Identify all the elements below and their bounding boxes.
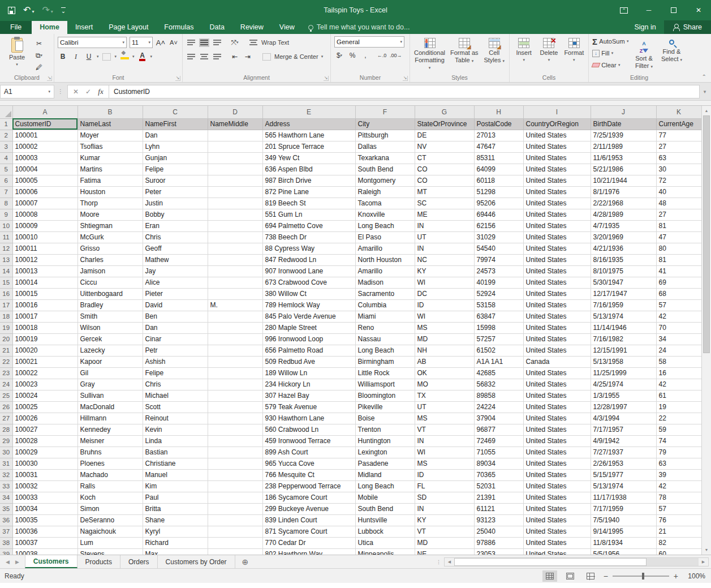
cell[interactable]: 70: [656, 322, 701, 333]
number-format-combo[interactable]: General▾: [334, 36, 404, 48]
ribbon-tab-review[interactable]: Review: [232, 21, 272, 34]
cell[interactable]: Sullivan: [77, 390, 143, 401]
cell[interactable]: United States: [523, 413, 591, 424]
cell[interactable]: 31029: [474, 231, 523, 243]
undo-button[interactable]: ↶▾: [23, 5, 34, 15]
cell[interactable]: 24224: [474, 401, 523, 413]
cell[interactable]: 871 Sycamore Court: [262, 526, 355, 537]
cell[interactable]: [208, 526, 262, 537]
number-dialog-launcher[interactable]: ↘: [403, 76, 408, 81]
cell[interactable]: [208, 458, 262, 469]
cell[interactable]: Simon: [77, 503, 143, 514]
cell[interactable]: Gunjan: [143, 152, 208, 164]
cell[interactable]: 100038: [12, 548, 77, 555]
cell[interactable]: 72: [656, 175, 701, 186]
clear-button[interactable]: Clear ▾: [592, 60, 628, 70]
zoom-out-icon[interactable]: −: [604, 572, 608, 581]
cell[interactable]: NameFirst: [143, 118, 208, 130]
cell[interactable]: Lubbock: [355, 526, 415, 537]
cell[interactable]: South Bend: [355, 503, 415, 514]
zoom-percent[interactable]: 100%: [684, 572, 705, 580]
maximize-button[interactable]: [661, 0, 686, 20]
cell[interactable]: 459 Ironwood Terrace: [262, 435, 355, 447]
cell[interactable]: United States: [523, 401, 591, 413]
cell[interactable]: 57: [656, 299, 701, 311]
cell[interactable]: 100003: [12, 152, 77, 164]
name-box[interactable]: A1▾: [0, 85, 54, 98]
cell[interactable]: 636 Aspen Blbd: [262, 164, 355, 175]
cell[interactable]: Jay: [143, 265, 208, 277]
cell[interactable]: 280 Maple Street: [262, 322, 355, 333]
undo-dropdown-icon[interactable]: ▾: [32, 9, 34, 14]
cell[interactable]: 77: [656, 130, 701, 141]
cell[interactable]: Chris: [143, 231, 208, 243]
horizontal-scrollbar[interactable]: ◀ ▶: [444, 557, 709, 566]
cell[interactable]: Grisso: [77, 243, 143, 254]
cell[interactable]: City: [355, 118, 415, 130]
cell[interactable]: Houston: [77, 186, 143, 198]
cell[interactable]: IN: [415, 220, 474, 231]
cell[interactable]: 68: [656, 288, 701, 299]
cell[interactable]: 12/17/1947: [591, 288, 656, 299]
cell[interactable]: [208, 345, 262, 356]
cell[interactable]: Dallas: [355, 141, 415, 152]
cell[interactable]: 100035: [12, 514, 77, 526]
column-header-h[interactable]: H: [474, 106, 523, 118]
top-align-button[interactable]: [186, 37, 196, 48]
formula-input[interactable]: CustomerID: [109, 85, 700, 98]
cell[interactable]: [208, 413, 262, 424]
cell[interactable]: DC: [415, 288, 474, 299]
sheet-tab-orders[interactable]: Orders: [120, 555, 158, 568]
cell[interactable]: 12/15/1991: [591, 345, 656, 356]
cell[interactable]: CT: [415, 152, 474, 164]
cell[interactable]: Ciccu: [77, 277, 143, 288]
cell[interactable]: United States: [523, 130, 591, 141]
cell[interactable]: BirthDate: [591, 118, 656, 130]
scroll-right-icon[interactable]: ▶: [699, 558, 708, 566]
cell[interactable]: 766 Mesquite Ct: [262, 469, 355, 480]
cell[interactable]: [208, 141, 262, 152]
cell[interactable]: United States: [523, 265, 591, 277]
cell[interactable]: 2/11/1989: [591, 141, 656, 152]
underline-dropdown-icon[interactable]: ▾: [97, 54, 99, 59]
copy-button[interactable]: ⧉▾: [34, 50, 44, 61]
cell[interactable]: 82: [656, 537, 701, 548]
decrease-indent-button[interactable]: ⇤: [230, 51, 240, 62]
cell[interactable]: United States: [523, 152, 591, 164]
align-left-button[interactable]: [186, 51, 196, 62]
cell[interactable]: United States: [523, 424, 591, 435]
cell[interactable]: 100015: [12, 288, 77, 299]
cell[interactable]: 4/3/1994: [591, 413, 656, 424]
cell[interactable]: 10/21/1944: [591, 175, 656, 186]
cell[interactable]: 839 Linden Court: [262, 514, 355, 526]
cell[interactable]: 2/22/1968: [591, 198, 656, 209]
cell[interactable]: Ploenes: [77, 458, 143, 469]
formula-bar-splitter[interactable]: ⋮: [54, 88, 67, 95]
active-cell-a1[interactable]: CustomerID: [12, 118, 77, 130]
cell[interactable]: 770 Cedar Dr: [262, 537, 355, 548]
cell[interactable]: United States: [523, 492, 591, 503]
font-size-combo[interactable]: 11▾: [130, 37, 153, 48]
horizontal-scroll-track[interactable]: [647, 558, 699, 566]
vertical-scrollbar[interactable]: ▲ ▼: [701, 106, 711, 555]
cell[interactable]: MacDonald: [77, 401, 143, 413]
scroll-up-icon[interactable]: ▲: [702, 106, 711, 115]
close-button[interactable]: ✕: [686, 0, 711, 20]
cell[interactable]: 100011: [12, 243, 77, 254]
cell[interactable]: Pasadene: [355, 458, 415, 469]
cell[interactable]: 40199: [474, 277, 523, 288]
cell[interactable]: Bobby: [143, 209, 208, 220]
cell[interactable]: 78: [656, 492, 701, 503]
cell[interactable]: United States: [523, 175, 591, 186]
cell[interactable]: Smith: [77, 311, 143, 322]
cell[interactable]: 76: [656, 514, 701, 526]
cell[interactable]: [208, 164, 262, 175]
cell[interactable]: Linda: [143, 435, 208, 447]
row-header-31[interactable]: 31: [0, 458, 12, 469]
cell[interactable]: NE: [415, 548, 474, 555]
horizontal-scroll-thumb[interactable]: [454, 558, 647, 566]
cell[interactable]: Shtiegman: [77, 220, 143, 231]
cell[interactable]: 694 Palmetto Cove: [262, 220, 355, 231]
cell[interactable]: United States: [523, 345, 591, 356]
cell[interactable]: 89858: [474, 390, 523, 401]
